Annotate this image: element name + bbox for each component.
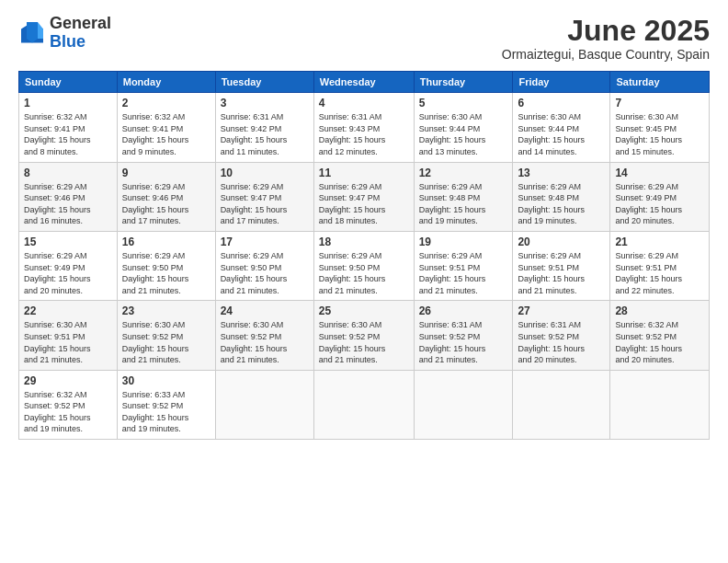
- day-info: Sunrise: 6:29 AM Sunset: 9:49 PM Dayligh…: [615, 181, 704, 227]
- day-number: 26: [419, 304, 508, 317]
- header-monday: Monday: [117, 72, 215, 93]
- title-block: June 2025 Ormaiztegui, Basque Country, S…: [502, 15, 710, 62]
- day-info: Sunrise: 6:31 AM Sunset: 9:42 PM Dayligh…: [221, 111, 309, 157]
- day-number: 12: [419, 167, 508, 179]
- day-number: 30: [122, 374, 210, 387]
- header-thursday: Thursday: [414, 72, 513, 93]
- day-number: 13: [518, 167, 605, 179]
- day-number: 16: [122, 236, 210, 248]
- header-wednesday: Wednesday: [313, 72, 414, 93]
- day-number: 25: [319, 304, 409, 317]
- table-row: 2Sunrise: 6:32 AM Sunset: 9:41 PM Daylig…: [117, 93, 215, 162]
- table-row: 8Sunrise: 6:29 AM Sunset: 9:46 PM Daylig…: [19, 162, 118, 231]
- svg-marker-2: [27, 22, 38, 43]
- day-number: 7: [615, 97, 704, 109]
- logo-blue: Blue: [50, 32, 85, 51]
- day-info: Sunrise: 6:29 AM Sunset: 9:49 PM Dayligh…: [24, 250, 112, 296]
- calendar-row: 15Sunrise: 6:29 AM Sunset: 9:49 PM Dayli…: [19, 231, 710, 300]
- day-info: Sunrise: 6:32 AM Sunset: 9:52 PM Dayligh…: [24, 389, 112, 435]
- table-row: 14Sunrise: 6:29 AM Sunset: 9:49 PM Dayli…: [610, 162, 710, 231]
- table-row: 29Sunrise: 6:32 AM Sunset: 9:52 PM Dayli…: [19, 370, 118, 439]
- day-info: Sunrise: 6:30 AM Sunset: 9:52 PM Dayligh…: [319, 319, 409, 365]
- day-info: Sunrise: 6:29 AM Sunset: 9:51 PM Dayligh…: [615, 250, 704, 296]
- day-number: 20: [518, 236, 605, 248]
- month-title: June 2025: [502, 15, 710, 47]
- day-info: Sunrise: 6:29 AM Sunset: 9:50 PM Dayligh…: [221, 250, 309, 296]
- table-row: 5Sunrise: 6:30 AM Sunset: 9:44 PM Daylig…: [414, 93, 513, 162]
- logo: General Blue: [18, 15, 111, 52]
- table-row: [610, 370, 710, 439]
- calendar-body: 1Sunrise: 6:32 AM Sunset: 9:41 PM Daylig…: [19, 93, 710, 440]
- table-row: 28Sunrise: 6:32 AM Sunset: 9:52 PM Dayli…: [610, 301, 710, 370]
- day-info: Sunrise: 6:33 AM Sunset: 9:52 PM Dayligh…: [122, 389, 210, 435]
- day-number: 4: [319, 97, 409, 109]
- day-number: 11: [319, 167, 409, 179]
- header-saturday: Saturday: [610, 72, 710, 93]
- table-row: 12Sunrise: 6:29 AM Sunset: 9:48 PM Dayli…: [414, 162, 513, 231]
- table-row: 6Sunrise: 6:30 AM Sunset: 9:44 PM Daylig…: [513, 93, 610, 162]
- table-row: 13Sunrise: 6:29 AM Sunset: 9:48 PM Dayli…: [513, 162, 610, 231]
- table-row: 19Sunrise: 6:29 AM Sunset: 9:51 PM Dayli…: [414, 231, 513, 300]
- location-title: Ormaiztegui, Basque Country, Spain: [502, 47, 710, 62]
- day-number: 8: [24, 167, 112, 179]
- day-info: Sunrise: 6:30 AM Sunset: 9:52 PM Dayligh…: [122, 319, 210, 365]
- day-info: Sunrise: 6:29 AM Sunset: 9:46 PM Dayligh…: [122, 181, 210, 227]
- table-row: 25Sunrise: 6:30 AM Sunset: 9:52 PM Dayli…: [313, 301, 414, 370]
- header-sunday: Sunday: [19, 72, 118, 93]
- day-number: 14: [615, 167, 704, 179]
- logo-icon: [18, 19, 46, 47]
- day-number: 29: [24, 374, 112, 387]
- day-info: Sunrise: 6:29 AM Sunset: 9:47 PM Dayligh…: [221, 181, 309, 227]
- header-friday: Friday: [513, 72, 610, 93]
- table-row: 10Sunrise: 6:29 AM Sunset: 9:47 PM Dayli…: [215, 162, 313, 231]
- day-info: Sunrise: 6:29 AM Sunset: 9:51 PM Dayligh…: [518, 250, 605, 296]
- table-row: 17Sunrise: 6:29 AM Sunset: 9:50 PM Dayli…: [215, 231, 313, 300]
- table-row: [513, 370, 610, 439]
- day-number: 1: [24, 97, 112, 109]
- table-row: 11Sunrise: 6:29 AM Sunset: 9:47 PM Dayli…: [313, 162, 414, 231]
- header-row: Sunday Monday Tuesday Wednesday Thursday…: [19, 72, 710, 93]
- table-row: 20Sunrise: 6:29 AM Sunset: 9:51 PM Dayli…: [513, 231, 610, 300]
- calendar-table: Sunday Monday Tuesday Wednesday Thursday…: [18, 71, 710, 440]
- day-number: 24: [221, 304, 309, 317]
- header: General Blue June 2025 Ormaiztegui, Basq…: [18, 15, 710, 62]
- table-row: 18Sunrise: 6:29 AM Sunset: 9:50 PM Dayli…: [313, 231, 414, 300]
- day-info: Sunrise: 6:29 AM Sunset: 9:51 PM Dayligh…: [419, 250, 508, 296]
- day-number: 23: [122, 304, 210, 317]
- table-row: 21Sunrise: 6:29 AM Sunset: 9:51 PM Dayli…: [610, 231, 710, 300]
- table-row: [215, 370, 313, 439]
- day-number: 17: [221, 236, 309, 248]
- calendar-row: 1Sunrise: 6:32 AM Sunset: 9:41 PM Daylig…: [19, 93, 710, 162]
- day-info: Sunrise: 6:32 AM Sunset: 9:41 PM Dayligh…: [122, 111, 210, 157]
- day-number: 19: [419, 236, 508, 248]
- table-row: [414, 370, 513, 439]
- page: General Blue June 2025 Ormaiztegui, Basq…: [0, 0, 728, 563]
- day-info: Sunrise: 6:30 AM Sunset: 9:44 PM Dayligh…: [419, 111, 508, 157]
- table-row: 1Sunrise: 6:32 AM Sunset: 9:41 PM Daylig…: [19, 93, 118, 162]
- calendar-header: Sunday Monday Tuesday Wednesday Thursday…: [19, 72, 710, 93]
- day-info: Sunrise: 6:30 AM Sunset: 9:44 PM Dayligh…: [518, 111, 605, 157]
- day-info: Sunrise: 6:30 AM Sunset: 9:45 PM Dayligh…: [615, 111, 704, 157]
- table-row: 9Sunrise: 6:29 AM Sunset: 9:46 PM Daylig…: [117, 162, 215, 231]
- header-tuesday: Tuesday: [215, 72, 313, 93]
- day-number: 22: [24, 304, 112, 317]
- day-info: Sunrise: 6:29 AM Sunset: 9:48 PM Dayligh…: [419, 181, 508, 227]
- day-info: Sunrise: 6:29 AM Sunset: 9:50 PM Dayligh…: [319, 250, 409, 296]
- table-row: 7Sunrise: 6:30 AM Sunset: 9:45 PM Daylig…: [610, 93, 710, 162]
- table-row: 4Sunrise: 6:31 AM Sunset: 9:43 PM Daylig…: [313, 93, 414, 162]
- table-row: 15Sunrise: 6:29 AM Sunset: 9:49 PM Dayli…: [19, 231, 118, 300]
- day-number: 21: [615, 236, 704, 248]
- day-number: 10: [221, 167, 309, 179]
- day-info: Sunrise: 6:29 AM Sunset: 9:48 PM Dayligh…: [518, 181, 605, 227]
- day-info: Sunrise: 6:29 AM Sunset: 9:46 PM Dayligh…: [24, 181, 112, 227]
- day-info: Sunrise: 6:30 AM Sunset: 9:51 PM Dayligh…: [24, 319, 112, 365]
- svg-marker-1: [38, 22, 43, 39]
- table-row: [313, 370, 414, 439]
- day-info: Sunrise: 6:32 AM Sunset: 9:52 PM Dayligh…: [615, 319, 704, 365]
- logo-text: General Blue: [50, 15, 111, 52]
- day-number: 3: [221, 97, 309, 109]
- day-number: 2: [122, 97, 210, 109]
- table-row: 23Sunrise: 6:30 AM Sunset: 9:52 PM Dayli…: [117, 301, 215, 370]
- calendar-row: 8Sunrise: 6:29 AM Sunset: 9:46 PM Daylig…: [19, 162, 710, 231]
- day-info: Sunrise: 6:31 AM Sunset: 9:52 PM Dayligh…: [419, 319, 508, 365]
